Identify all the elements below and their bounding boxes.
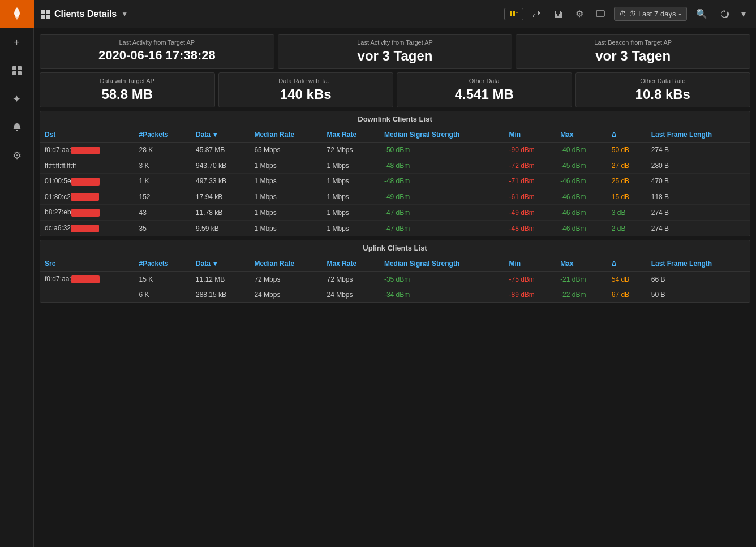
stats-row-2: Data with Target AP 58.8 MB Data Rate wi… [40, 72, 750, 107]
app-logo[interactable] [0, 0, 34, 28]
median-signal-cell: -48 dBm [380, 173, 505, 189]
packets-cell: 6 K [134, 287, 191, 302]
bell-icon[interactable] [0, 113, 34, 141]
settings-button[interactable]: ⚙ [572, 6, 587, 21]
median-signal-cell: -47 dBm [380, 205, 505, 221]
last-frame-cell: 470 B [647, 173, 750, 189]
search-button[interactable]: 🔍 [693, 6, 711, 21]
redacted-block [71, 193, 99, 201]
data-cell: 11.12 MB [191, 272, 250, 287]
col-packets[interactable]: #Packets [134, 127, 191, 143]
table-row[interactable]: f0:d7:aa:15 K11.12 MB72 Mbps72 Mbps-35 d… [40, 272, 750, 287]
stat-value-0: 2020-06-16 17:38:28 [47, 48, 267, 63]
src-cell [40, 287, 134, 302]
stat-label-2: Last Beacon from Target AP [523, 39, 743, 46]
svg-rect-9 [596, 11, 604, 16]
max-rate-cell: 72 Mbps [322, 272, 379, 287]
dst-cell: 01:00:5e [40, 173, 134, 189]
downlink-table-wrapper: Dst #Packets Data ▾ Median Rate Max Rate… [40, 127, 750, 236]
refresh-button[interactable] [716, 7, 732, 21]
max-rate-cell: 1 Mbps [322, 221, 379, 236]
display-button[interactable] [592, 7, 608, 21]
min-cell: -90 dBm [505, 143, 556, 158]
median-rate-cell: 1 Mbps [250, 221, 322, 236]
col-max-rate[interactable]: Max Rate [322, 127, 379, 143]
table-row[interactable]: b8:27:eb4311.78 kB1 Mbps1 Mbps-47 dBm-49… [40, 205, 750, 221]
median-rate-cell: 1 Mbps [250, 189, 322, 205]
add-panel-button[interactable]: + [504, 8, 523, 20]
stat-card-last-activity-relative: Last Activity from Target AP vor 3 Tagen [278, 34, 513, 69]
max-cell: -40 dBm [556, 143, 607, 158]
dashboard-icon[interactable] [0, 57, 34, 85]
topbar-left: Clients Details ▼ [41, 9, 128, 19]
median-rate-cell: 1 Mbps [250, 158, 322, 173]
table-row[interactable]: ff:ff:ff:ff:ff:ff3 K943.70 kB1 Mbps1 Mbp… [40, 158, 750, 173]
col-dst[interactable]: Dst [40, 127, 134, 143]
col-data[interactable]: Data ▾ [191, 127, 250, 143]
downlink-table: Dst #Packets Data ▾ Median Rate Max Rate… [40, 127, 750, 236]
min-cell: -71 dBm [505, 173, 556, 189]
svg-text:+: + [516, 10, 518, 15]
col-max[interactable]: Max [556, 127, 607, 143]
packets-cell: 15 K [134, 272, 191, 287]
last-frame-cell: 274 B [647, 143, 750, 158]
col-min-up[interactable]: Min [505, 256, 556, 272]
stat-label-4: Data Rate with Ta... [226, 77, 386, 84]
stat-card-data-target: Data with Target AP 58.8 MB [40, 72, 215, 107]
delta-cell: 2 dB [607, 221, 647, 236]
table-row[interactable]: 6 K288.15 kB24 Mbps24 Mbps-34 dBm-89 dBm… [40, 287, 750, 302]
table-row[interactable]: f0:d7:aa:28 K45.87 MB65 Mbps72 Mbps-50 d… [40, 143, 750, 158]
data-cell: 17.94 kB [191, 189, 250, 205]
col-delta-up[interactable]: Δ [607, 256, 647, 272]
median-signal-cell: -49 dBm [380, 189, 505, 205]
col-last-frame[interactable]: Last Frame Length [647, 127, 750, 143]
compass-icon[interactable]: ✦ [0, 85, 34, 113]
title-caret[interactable]: ▼ [121, 10, 128, 18]
data-cell: 9.59 kB [191, 221, 250, 236]
max-rate-cell: 24 Mbps [322, 287, 379, 302]
svg-rect-5 [513, 11, 515, 14]
col-median-signal-up[interactable]: Median Signal Strength [380, 256, 505, 272]
save-button[interactable] [551, 7, 566, 21]
col-packets-up[interactable]: #Packets [134, 256, 191, 272]
max-cell: -46 dBm [556, 173, 607, 189]
col-min[interactable]: Min [505, 127, 556, 143]
packets-cell: 43 [134, 205, 191, 221]
col-delta[interactable]: Δ [607, 127, 647, 143]
main-content: Clients Details ▼ + ⚙ ⏱ ⏱ Last 7 days ▾ … [34, 0, 756, 547]
settings-icon[interactable]: ⚙ [0, 141, 34, 170]
col-median-rate-up[interactable]: Median Rate [250, 256, 322, 272]
delta-cell: 54 dB [607, 272, 647, 287]
col-max-rate-up[interactable]: Max Rate [322, 256, 379, 272]
uplink-header-row: Src #Packets Data ▾ Median Rate Max Rate… [40, 256, 750, 272]
col-src[interactable]: Src [40, 256, 134, 272]
col-median-signal[interactable]: Median Signal Strength [380, 127, 505, 143]
table-row[interactable]: dc:a6:32359.59 kB1 Mbps1 Mbps-47 dBm-48 … [40, 221, 750, 236]
col-max-up[interactable]: Max [556, 256, 607, 272]
col-last-frame-up[interactable]: Last Frame Length [647, 256, 750, 272]
downlink-tbody: f0:d7:aa:28 K45.87 MB65 Mbps72 Mbps-50 d… [40, 143, 750, 236]
last-frame-cell: 66 B [647, 272, 750, 287]
redacted-block [71, 225, 99, 232]
stat-value-1: vor 3 Tagen [285, 48, 505, 64]
redacted-block [71, 209, 100, 217]
svg-rect-6 [510, 14, 512, 16]
stat-card-data-rate-target: Data Rate with Ta... 140 kBs [218, 72, 394, 107]
stat-card-other-data-rate: Other Data Rate 10.8 kBs [575, 72, 751, 107]
col-data-up[interactable]: Data ▾ [191, 256, 250, 272]
table-row[interactable]: 01:00:5e1 K497.33 kB1 Mbps1 Mbps-48 dBm-… [40, 173, 750, 189]
max-cell: -46 dBm [556, 189, 607, 205]
redacted-block [71, 275, 100, 283]
median-rate-cell: 72 Mbps [250, 272, 322, 287]
time-selector[interactable]: ⏱ ⏱ Last 7 days ▾ [614, 7, 687, 21]
data-cell: 943.70 kB [191, 158, 250, 173]
stat-label-0: Last Activity from Target AP [47, 39, 267, 46]
table-row[interactable]: 01:80:c215217.94 kB1 Mbps1 Mbps-49 dBm-6… [40, 189, 750, 205]
add-icon[interactable]: + [0, 28, 34, 57]
more-button[interactable]: ▾ [738, 6, 749, 21]
dst-text: b8:27:eb [45, 208, 71, 216]
downlink-header-row: Dst #Packets Data ▾ Median Rate Max Rate… [40, 127, 750, 143]
share-button[interactable] [529, 7, 545, 21]
col-median-rate[interactable]: Median Rate [250, 127, 322, 143]
downlink-title: Downlink Clients List [40, 111, 750, 127]
